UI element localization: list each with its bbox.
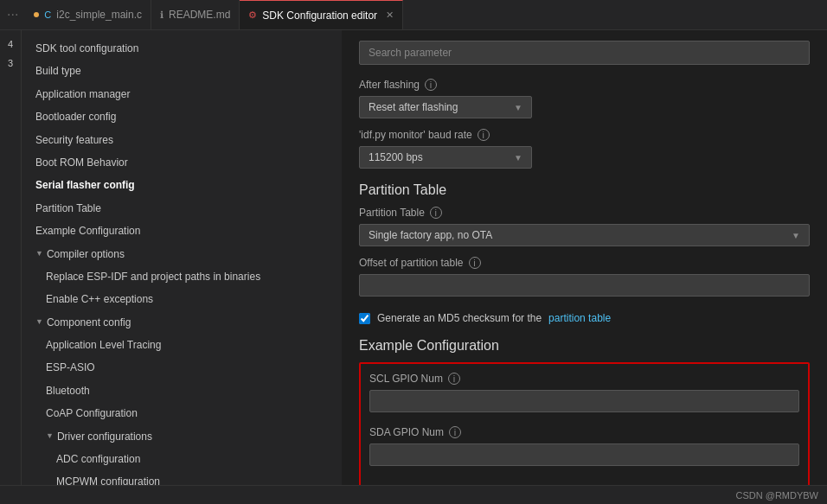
partition-table-dropdown-value: Single factory app, no OTA [369,229,492,241]
tab-readme-file[interactable]: ℹ README.md [151,0,240,29]
sidebar-item-replace-esp-idf[interactable]: Replace ESP-IDF and project paths in bin… [22,265,342,288]
sidebar-item-build-type[interactable]: Build type [22,60,342,82]
sidebar-item-security-features[interactable]: Security features [22,129,342,151]
example-config-box: SCL GPIO Num i 6 SDA GPIO Num i 5 [359,362,810,485]
search-input[interactable] [359,41,810,65]
sidebar-item-compiler-options[interactable]: ▼ Compiler options [22,243,342,265]
sidebar-item-app-manager[interactable]: Application manager [22,83,342,105]
example-config-heading: Example Configuration [359,338,810,354]
gutter-num-3: 3 [8,54,13,73]
partition-table-dropdown-arrow: ▼ [792,231,800,240]
sidebar-item-bootloader-config[interactable]: Bootloader config [22,105,342,128]
compiler-options-arrow: ▼ [35,247,43,260]
scl-gpio-text: SCL GPIO Num [369,373,443,385]
baud-rate-dropdown-arrow: ▼ [514,153,522,163]
sidebar-item-mcpwm[interactable]: MCPWM configuration [22,470,342,485]
baud-rate-label: 'idf.py monitor' baud rate i [359,129,810,141]
tab-sdk-icon: ⚙ [248,10,257,21]
baud-rate-text: 'idf.py monitor' baud rate [359,129,472,141]
partition-offset-input[interactable]: 0x8000 [359,274,810,297]
partition-table-group: Partition Table i Single factory app, no… [359,207,810,246]
sidebar-item-coap[interactable]: CoAP Configuration [22,402,342,424]
partition-table-info-icon: i [430,207,442,219]
gutter-num-4: 4 [8,35,13,54]
partition-table-text: Partition Table [359,207,425,219]
driver-configs-arrow: ▼ [46,430,54,443]
sda-gpio-text: SDA GPIO Num [369,426,444,438]
after-flashing-text: After flashing [359,79,420,91]
sda-gpio-group: SDA GPIO Num i 5 [369,426,799,471]
driver-configs-label: Driver configurations [57,428,152,445]
baud-rate-group: 'idf.py monitor' baud rate i 115200 bps … [359,129,810,169]
checksum-checkbox[interactable] [359,313,370,324]
scl-gpio-label: SCL GPIO Num i [369,373,799,385]
sidebar-item-sdk-tool-config[interactable]: SDK tool configuration [22,37,342,60]
sda-gpio-input[interactable]: 5 [369,443,799,466]
baud-rate-dropdown-value: 115200 bps [369,151,423,163]
sidebar: SDK tool configuration Build type Applic… [22,30,342,485]
tab-sdk-label: SDK Configuration editor [262,10,377,22]
sidebar-item-serial-flasher[interactable]: Serial flasher config [22,174,342,196]
tab-readme-icon: ℹ [160,10,163,21]
checksum-link[interactable]: partition table [548,312,611,324]
sidebar-item-boot-rom[interactable]: Boot ROM Behavior [22,151,342,174]
sidebar-item-driver-configs[interactable]: ▼ Driver configurations [22,425,342,448]
sidebar-item-bluetooth[interactable]: Bluetooth [22,380,342,402]
after-flashing-dropdown-value: Reset after flashing [369,101,458,113]
after-flashing-dropdown-arrow: ▼ [514,103,522,112]
tab-bar: ··· C i2c_simple_main.c ℹ README.md ⚙ SD… [0,0,827,30]
sidebar-item-esp-asio[interactable]: ESP-ASIO [22,356,342,379]
partition-table-dropdown[interactable]: Single factory app, no OTA ▼ [359,224,810,246]
sda-gpio-label: SDA GPIO Num i [369,426,799,438]
status-text: CSDN @RMDYBW [736,490,819,501]
partition-offset-info-icon: i [469,257,481,269]
status-bar: CSDN @RMDYBW [0,485,827,504]
sidebar-item-enable-cpp[interactable]: Enable C++ exceptions [22,288,342,310]
line-gutter: 4 3 [0,30,22,485]
tab-c-label: i2c_simple_main.c [56,9,142,21]
sda-gpio-info-icon: i [449,426,461,438]
main-layout: 4 3 SDK tool configuration Build type Ap… [0,30,827,485]
partition-offset-group: Offset of partition table i 0x8000 [359,257,810,303]
sidebar-item-component-config[interactable]: ▼ Component config [22,311,342,334]
after-flashing-group: After flashing i Reset after flashing ▼ [359,79,810,118]
partition-offset-text: Offset of partition table [359,257,464,269]
after-flashing-info-icon: i [425,79,437,91]
tab-sdk-close[interactable]: ✕ [386,10,394,21]
component-config-label: Component config [47,314,131,331]
baud-rate-dropdown[interactable]: 115200 bps ▼ [359,146,532,169]
scl-gpio-info-icon: i [448,373,460,385]
tab-bar-overflow: ··· [0,7,25,22]
after-flashing-dropdown[interactable]: Reset after flashing ▼ [359,96,532,118]
tab-c-file[interactable]: C i2c_simple_main.c [25,0,151,29]
content-area: After flashing i Reset after flashing ▼ … [342,30,827,485]
compiler-options-label: Compiler options [47,246,125,263]
tab-sdk-editor[interactable]: ⚙ SDK Configuration editor ✕ [240,0,403,29]
baud-rate-info-icon: i [478,129,490,141]
checksum-label-text: Generate an MD5 checksum for the [377,312,542,324]
tab-readme-label: README.md [169,9,230,21]
component-config-arrow: ▼ [35,316,43,329]
tab-c-dot [34,12,39,17]
tab-c-icon: C [44,10,51,20]
sidebar-item-partition-table[interactable]: Partition Table [22,197,342,220]
sidebar-item-adc[interactable]: ADC configuration [22,448,342,470]
checksum-row: Generate an MD5 checksum for the partiti… [359,312,810,324]
sidebar-item-app-level-tracing[interactable]: Application Level Tracing [22,334,342,356]
partition-table-heading: Partition Table [359,182,810,198]
partition-offset-label: Offset of partition table i [359,257,810,269]
scl-gpio-group: SCL GPIO Num i 6 [369,373,799,418]
sidebar-item-example-config[interactable]: Example Configuration [22,220,342,242]
after-flashing-label: After flashing i [359,79,810,91]
partition-table-label: Partition Table i [359,207,810,219]
scl-gpio-input[interactable]: 6 [369,390,799,412]
